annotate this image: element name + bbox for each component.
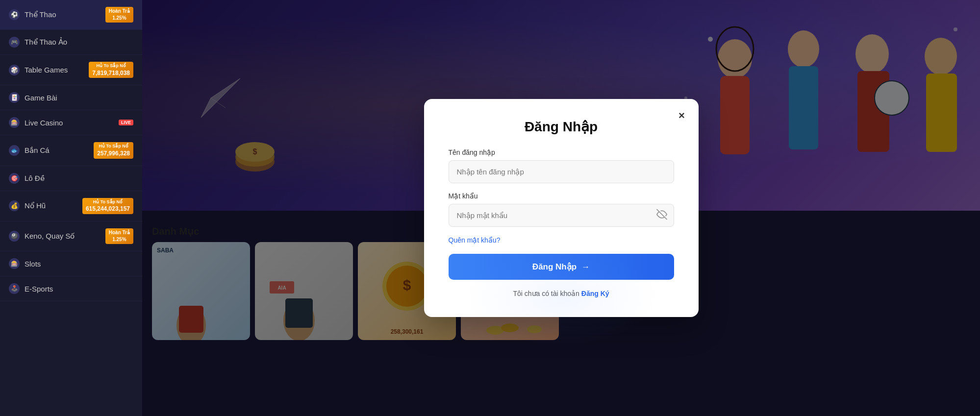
sidebar-item-the-thao-ao[interactable]: 🎮 Thể Thao Ảo [0,30,142,55]
the-thao-icon: ⚽ [9,9,20,20]
badge-hoan-tra-keno: Hoàn Trả 1.25% [105,228,133,244]
badge-hoan-tra-the-thao: Hoàn Trả 1.25% [105,7,133,23]
sidebar-label-live-casino: Live Casino [25,119,63,127]
username-input-wrap [449,160,674,183]
sidebar-item-ban-ca[interactable]: 🐟 Bắn Cá Hủ To Sắp Nổ 257,996,328 [0,135,142,166]
login-button[interactable]: Đăng Nhập → [449,254,674,280]
sidebar-label-no-hu: Nổ Hũ [25,201,46,210]
sidebar-label-lo-de: Lô Đề [25,174,45,183]
forgot-password-link[interactable]: Quên mật khẩu? [449,236,501,244]
badge-hu-to-ban-ca: Hủ To Sắp Nổ 257,996,328 [94,142,133,158]
sidebar-item-e-sports[interactable]: 🕹️ E-Sports [0,276,142,301]
modal-close-button[interactable]: × [674,108,690,123]
badge-hu-to-table-games: Hủ To Sắp Nổ 7,819,718,038 [89,62,133,78]
password-input[interactable] [449,204,674,227]
sidebar-item-slots[interactable]: 🎰 Slots [0,251,142,276]
sidebar-label-slots: Slots [25,260,41,268]
sidebar-label-e-sports: E-Sports [25,285,53,293]
sidebar-item-keno-quay-so[interactable]: 🎱 Keno, Quay Số Hoàn Trả 1.25% [0,221,142,251]
sidebar: ⚽ Thể Thao Hoàn Trả 1.25% 🎮 Thể Thao Ảo … [0,0,142,416]
keno-icon: 🎱 [9,231,20,242]
modal-backdrop[interactable]: × Đăng Nhập Tên đăng nhập Mật khẩu [142,0,980,416]
sidebar-item-live-casino[interactable]: 🎰 Live Casino LIVE [0,110,142,135]
game-bai-icon: 🃏 [9,92,20,103]
username-label: Tên đăng nhập [449,148,674,156]
password-input-wrap [449,204,674,227]
main-content: $ [142,0,980,416]
sidebar-label-table-games: Table Games [25,66,68,74]
sidebar-item-game-bai[interactable]: 🃏 Game Bài [0,85,142,110]
no-hu-icon: 💰 [9,200,20,211]
sidebar-item-lo-de[interactable]: 🎯 Lô Đề [0,166,142,191]
sidebar-label-ban-ca: Bắn Cá [25,146,50,155]
password-label: Mật khẩu [449,192,674,200]
sidebar-item-the-thao[interactable]: ⚽ Thể Thao Hoàn Trả 1.25% [0,0,142,30]
ban-ca-icon: 🐟 [9,145,20,156]
live-badge: LIVE [119,120,133,125]
modal-title: Đăng Nhập [449,119,674,135]
register-link[interactable]: Đăng Ký [581,290,609,297]
badge-hu-to-no-hu: Hủ To Sắp Nổ 615,244,023,157 [82,198,133,214]
slots-icon: 🎰 [9,258,20,269]
lo-de-icon: 🎯 [9,173,20,184]
live-casino-icon: 🎰 [9,117,20,128]
sidebar-item-table-games[interactable]: 🎲 Table Games Hủ To Sắp Nổ 7,819,718,038 [0,55,142,85]
table-games-icon: 🎲 [9,65,20,75]
username-input[interactable] [449,160,674,183]
toggle-password-icon[interactable] [656,209,667,222]
sidebar-label-the-thao-ao: Thể Thao Ảo [25,38,67,47]
sidebar-label-keno: Keno, Quay Số [25,232,75,241]
sidebar-item-no-hu[interactable]: 💰 Nổ Hũ Hủ To Sắp Nổ 615,244,023,157 [0,191,142,221]
register-text: Tôi chưa có tài khoản Đăng Ký [449,290,674,297]
the-thao-ao-icon: 🎮 [9,37,20,48]
e-sports-icon: 🕹️ [9,283,20,294]
login-modal: × Đăng Nhập Tên đăng nhập Mật khẩu [424,99,699,317]
sidebar-label-game-bai: Game Bài [25,94,57,102]
sidebar-label-the-thao: Thể Thao [25,10,56,19]
